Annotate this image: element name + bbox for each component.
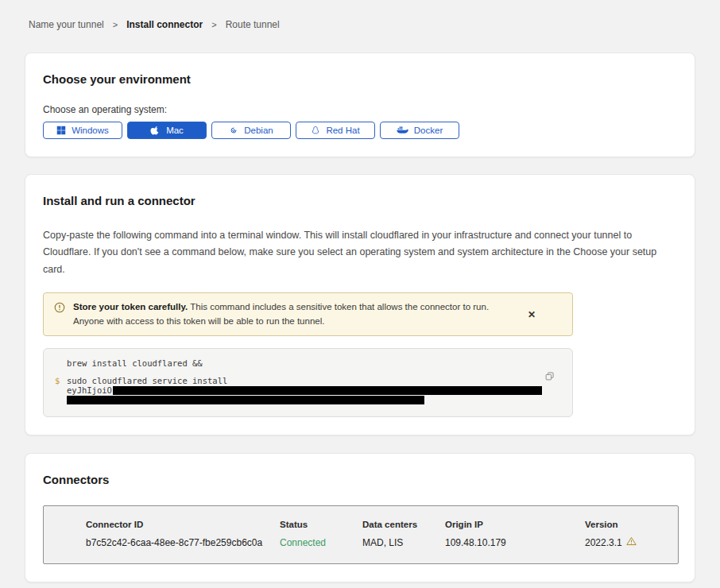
table-row: b7c52c42-6caa-48ee-8c77-fbe259cb6c0a Con… [86,536,670,548]
breadcrumb: Name your tunnel > Install connector > R… [0,0,720,30]
os-button-mac[interactable]: Mac [127,122,207,139]
version-warning-icon[interactable] [626,536,637,548]
connectors-table: Connector ID Status Data centers Origin … [43,505,679,564]
os-label: Choose an operating system: [43,104,677,115]
os-button-label: Debian [244,126,273,135]
os-button-docker[interactable]: Docker [380,122,459,139]
os-button-label: Mac [166,126,184,135]
breadcrumb-step-install-connector[interactable]: Install connector [126,19,203,30]
column-header-origin-ip: Origin IP [445,520,585,529]
code-line-brew: brew install cloudflared && [55,358,561,368]
info-circle-icon [54,302,65,329]
code-line-install: $ sudo cloudflared service install eyJhI… [55,376,561,406]
docker-icon [397,126,408,135]
install-connector-title: Install and run a connector [43,194,677,207]
token-prefix: eyJhIjoiO [67,385,112,395]
os-button-windows[interactable]: Windows [43,122,122,139]
copy-command-button[interactable] [544,371,555,384]
redacted-token-bar [113,386,542,395]
column-header-status: Status [280,520,362,529]
install-connector-card: Install and run a connector Copy-paste t… [25,174,695,435]
status-badge: Connected [280,537,362,548]
breadcrumb-separator: > [113,20,118,29]
alert-close-icon[interactable]: ✕ [526,310,537,319]
os-button-label: Red Hat [326,126,359,135]
version-cell: 2022.3.1 [585,536,670,548]
os-button-label: Windows [72,126,109,135]
breadcrumb-separator: > [211,20,216,29]
os-button-group: Windows Mac Debian [43,122,677,139]
column-header-version: Version [585,520,670,529]
install-description: Copy-paste the following command into a … [43,227,677,278]
install-command-codeblock: brew install cloudflared && $ sudo cloud… [43,348,573,417]
column-header-data-centers: Data centers [362,520,445,529]
version-value: 2022.3.1 [585,537,622,548]
shell-prompt: $ [55,376,67,406]
os-button-label: Docker [414,126,443,135]
connector-id-value: b7c52c42-6caa-48ee-8c77-fbe259cb6c0a [86,537,280,548]
debian-icon [229,126,238,135]
column-header-connector-id: Connector ID [86,520,280,529]
os-button-debian[interactable]: Debian [211,122,291,139]
connectors-title: Connectors [43,473,677,486]
breadcrumb-step-name-tunnel[interactable]: Name your tunnel [29,19,104,30]
choose-environment-card: Choose your environment Choose an operat… [25,52,695,157]
redhat-icon [311,126,320,136]
alert-title: Store your token carefully. [73,302,188,311]
apple-icon [150,126,161,136]
token-warning-alert: Store your token carefully. This command… [43,292,573,337]
redacted-token-bar [67,396,424,404]
alert-text: Store your token carefully. This command… [73,300,518,329]
token-line: eyJhIjoiO [67,385,542,395]
data-centers-value: MAD, LIS [362,537,445,548]
breadcrumb-step-route-tunnel[interactable]: Route tunnel [226,19,280,30]
connectors-card: Connectors Connector ID Status Data cent… [25,453,695,582]
os-button-redhat[interactable]: Red Hat [296,122,375,139]
connectors-table-header: Connector ID Status Data centers Origin … [86,520,670,529]
choose-environment-title: Choose your environment [43,72,677,86]
windows-icon [56,126,66,135]
origin-ip-value: 109.48.10.179 [445,537,585,548]
code-line-1: brew install cloudflared && [67,358,203,368]
code-line-2: sudo cloudflared service install [67,376,227,385]
